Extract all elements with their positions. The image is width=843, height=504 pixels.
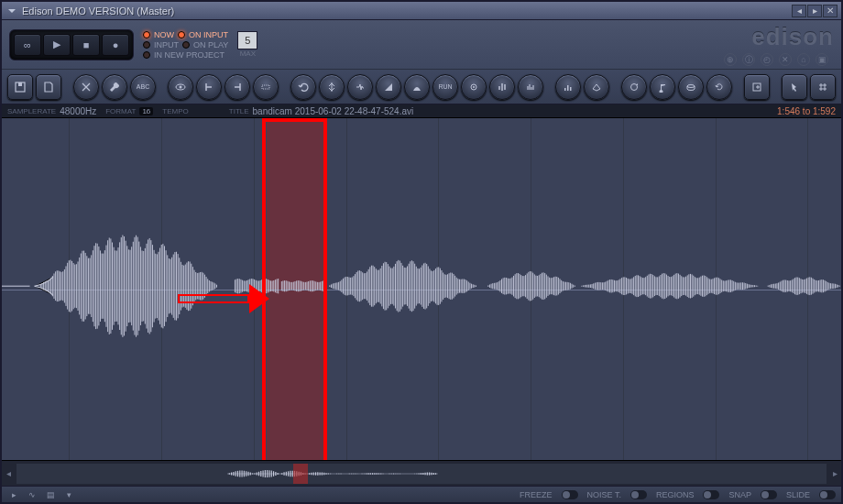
brand-links: ⊕ ⓘ ◴ ✕ ⌂ ▣ — [724, 53, 834, 66]
window-title: Edison DEMO VERSION (Master) — [22, 5, 791, 16]
link-icon[interactable]: ✕ — [779, 53, 792, 66]
max-display: 5 MAX — [237, 31, 257, 58]
reverse-button[interactable] — [404, 74, 430, 100]
status-bar: ▸ ∿ ▤ ▾ FREEZE NOISE T. REGIONS SNAP SLI… — [2, 486, 841, 502]
eye-button[interactable] — [168, 74, 193, 100]
svg-rect-4 — [262, 85, 269, 89]
file-title: bandicam 2015-06-02 22-48-47-524.avi — [253, 106, 414, 116]
cut-button[interactable] — [73, 74, 99, 100]
link-icon[interactable]: ◴ — [761, 53, 773, 66]
undo-button[interactable] — [290, 74, 316, 100]
convolution-button[interactable] — [518, 74, 543, 100]
freeze-label: FREEZE — [520, 490, 553, 499]
wrench-button[interactable] — [102, 74, 127, 100]
svg-rect-9 — [570, 87, 572, 91]
svg-point-6 — [473, 86, 475, 88]
overview-scrollbar[interactable]: ◂ (function(){ var ns="http://www.w3.org… — [2, 460, 841, 486]
link-icon[interactable]: ⊕ — [724, 53, 737, 66]
envelope-button[interactable] — [376, 74, 401, 100]
drum-button[interactable] — [678, 74, 704, 100]
grid-button[interactable] — [810, 74, 836, 100]
wave-mode-icon[interactable]: ∿ — [26, 489, 38, 500]
loop-tool-button[interactable] — [621, 74, 647, 100]
menu-dropdown-icon[interactable] — [5, 5, 18, 17]
transport-controls: ∞ ▶ ■ ● — [9, 29, 134, 60]
normalize-button[interactable] — [319, 74, 345, 100]
menu-icon[interactable]: ▾ — [62, 489, 75, 500]
tune-button[interactable] — [650, 74, 675, 100]
play-button[interactable]: ▶ — [43, 34, 71, 56]
max-value[interactable]: 5 — [237, 31, 257, 49]
svg-rect-7 — [564, 88, 566, 91]
svg-rect-8 — [567, 85, 569, 91]
noise-label: NOISE T. — [587, 490, 621, 499]
led-now[interactable] — [143, 31, 150, 38]
spectral-mode-icon[interactable]: ▤ — [44, 489, 57, 500]
waveform: (function(){ var ns="http://www.w3.org/2… — [2, 118, 841, 454]
link-icon[interactable]: ▣ — [816, 53, 828, 66]
samplerate-value: 48000Hz — [60, 106, 96, 116]
svg-point-11 — [687, 84, 695, 87]
stop-button[interactable]: ■ — [72, 34, 100, 56]
send-to-playlist-button[interactable] — [744, 74, 770, 100]
waveform-view[interactable]: (function(){ var ns="http://www.w3.org/2… — [2, 117, 841, 460]
link-icon[interactable]: ⓘ — [742, 53, 755, 66]
link-icon[interactable]: ⌂ — [797, 53, 810, 66]
abc-button[interactable]: ABC — [130, 74, 156, 100]
loop-button[interactable]: ∞ — [14, 34, 41, 56]
tools-toolbar: ABC RUN — [2, 70, 841, 104]
led-on-input[interactable] — [178, 31, 185, 38]
selection-range: 1:546 to 1:592 — [777, 106, 836, 116]
claw-button[interactable] — [584, 74, 609, 100]
overview-waveform: (function(){ var ns="http://www.w3.org/2… — [227, 464, 438, 484]
record-mode-options: NOW ON INPUT INPUT ON PLAY IN NEW PROJEC… — [143, 30, 228, 60]
annotation-arrow — [178, 284, 269, 313]
select-start-button[interactable] — [196, 74, 222, 100]
eq-button[interactable] — [489, 74, 515, 100]
led-input[interactable] — [143, 41, 150, 49]
drag-sample-button[interactable] — [782, 74, 807, 100]
format-value: 16 — [139, 107, 153, 115]
noise-toggle[interactable] — [630, 490, 647, 499]
annotation-rectangle — [262, 118, 327, 460]
edison-window: Edison DEMO VERSION (Master) ◂ ▸ ✕ ∞ ▶ ■… — [0, 0, 843, 504]
next-preset-button[interactable]: ▸ — [807, 5, 822, 17]
record-button[interactable]: ● — [102, 34, 129, 56]
scroll-right-icon[interactable]: ▸ — [828, 461, 841, 486]
regions-toggle[interactable] — [703, 490, 719, 499]
fade-button[interactable] — [347, 74, 373, 100]
slide-toggle[interactable] — [819, 490, 836, 499]
select-end-button[interactable] — [224, 74, 250, 100]
overview-selection[interactable] — [293, 464, 308, 484]
save-button[interactable] — [7, 74, 33, 100]
transport-toolbar: ∞ ▶ ■ ● NOW ON INPUT INPUT ON PLAY IN NE… — [2, 20, 841, 70]
refresh-button[interactable] — [706, 74, 732, 100]
titlebar: Edison DEMO VERSION (Master) ◂ ▸ ✕ — [2, 2, 841, 20]
svg-rect-1 — [18, 82, 22, 86]
file-button[interactable] — [36, 74, 61, 100]
regions-label: REGIONS — [656, 490, 695, 499]
slide-label: SLIDE — [786, 490, 810, 499]
close-button[interactable]: ✕ — [823, 5, 838, 17]
snap-toggle[interactable] — [761, 490, 777, 499]
run-script-button[interactable]: RUN — [432, 74, 458, 100]
prev-preset-button[interactable]: ◂ — [792, 5, 806, 17]
freeze-toggle[interactable] — [562, 490, 578, 499]
led-in-new-project[interactable] — [143, 51, 150, 59]
info-bar: SAMPLERATE 48000Hz FORMAT 16 TEMPO TITLE… — [2, 104, 841, 117]
scroll-left-icon[interactable]: ◂ — [2, 461, 15, 486]
svg-point-3 — [180, 85, 182, 88]
zoom-selection-button[interactable] — [253, 74, 279, 100]
blur-button[interactable] — [461, 74, 487, 100]
overview-track[interactable]: (function(){ var ns="http://www.w3.org/2… — [16, 464, 827, 484]
snap-label: SNAP — [728, 490, 751, 499]
spectrum-button[interactable] — [555, 74, 581, 100]
play-icon[interactable]: ▸ — [7, 489, 20, 500]
brand-logo: edison — [751, 23, 834, 51]
led-on-play[interactable] — [182, 41, 190, 49]
